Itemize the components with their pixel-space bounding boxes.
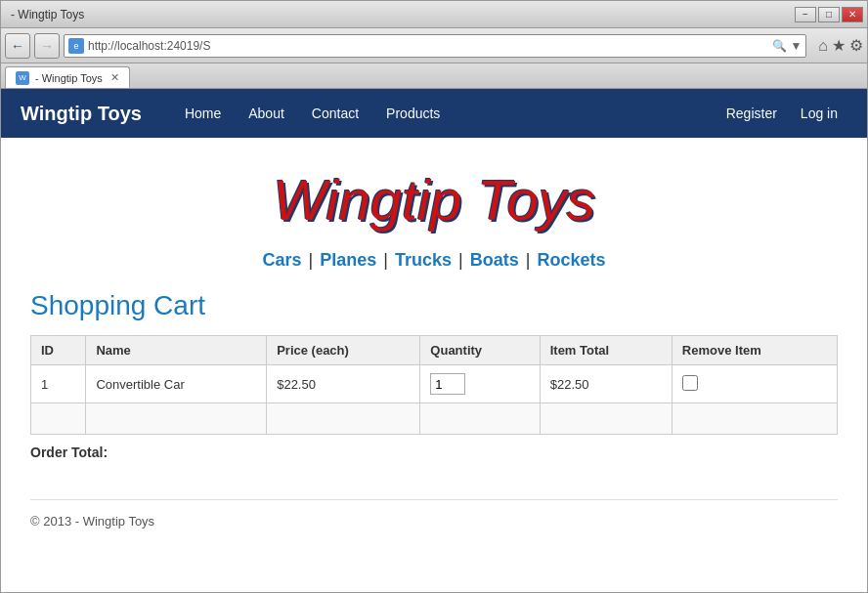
cat-planes[interactable]: Planes bbox=[320, 250, 376, 270]
maximize-button[interactable]: □ bbox=[818, 7, 840, 22]
cell-price-1: $22.50 bbox=[267, 365, 420, 403]
tab-close-button[interactable]: ✕ bbox=[110, 71, 119, 84]
cart-table: ID Name Price (each) Quantity Item Total… bbox=[30, 335, 838, 435]
tab-bar: W - Wingtip Toys ✕ bbox=[1, 64, 867, 89]
settings-icon[interactable]: ⚙ bbox=[849, 36, 863, 55]
cell-id-1: 1 bbox=[31, 365, 86, 403]
cat-rockets[interactable]: Rockets bbox=[537, 250, 605, 270]
navbar-links: Home About Contact Products bbox=[171, 89, 716, 138]
table-row: 1 Convertible Car $22.50 $22.50 bbox=[31, 365, 838, 403]
cat-boats[interactable]: Boats bbox=[470, 250, 519, 270]
site-title: Wingtip Toys bbox=[30, 167, 838, 233]
cell-total-1: $22.50 bbox=[540, 365, 672, 403]
browser-tab[interactable]: W - Wingtip Toys ✕ bbox=[5, 66, 130, 88]
cell-quantity-2 bbox=[420, 403, 540, 435]
navbar-right: Register Log in bbox=[716, 106, 847, 121]
sep-1: | bbox=[304, 250, 314, 270]
order-total-label: Order Total: bbox=[30, 445, 108, 460]
col-remove: Remove Item bbox=[672, 336, 837, 365]
window-controls: − □ ✕ bbox=[795, 7, 863, 22]
cat-cars[interactable]: Cars bbox=[263, 250, 302, 270]
browser-toolbar: ← → e http://localhost:24019/S 🔍 ▼ ⌂ ★ ⚙ bbox=[1, 28, 867, 64]
cell-id-2 bbox=[31, 403, 86, 435]
sep-3: | bbox=[454, 250, 463, 270]
address-text: http://localhost:24019/S bbox=[88, 39, 772, 53]
title-bar: - Wingtip Toys − □ ✕ bbox=[1, 1, 867, 28]
col-name: Name bbox=[86, 336, 267, 365]
table-row bbox=[31, 403, 838, 435]
cell-name-1: Convertible Car bbox=[86, 365, 267, 403]
nav-login[interactable]: Log in bbox=[791, 106, 847, 121]
minimize-button[interactable]: − bbox=[795, 7, 816, 22]
col-price: Price (each) bbox=[267, 336, 420, 365]
tab-title: - Wingtip Toys bbox=[35, 72, 103, 84]
nav-register[interactable]: Register bbox=[716, 106, 787, 121]
cell-remove-2 bbox=[672, 403, 837, 435]
favorites-icon[interactable]: ★ bbox=[832, 36, 846, 55]
footer: © 2013 - Wingtip Toys bbox=[30, 499, 838, 534]
order-total: Order Total: bbox=[30, 445, 838, 460]
address-icon: e bbox=[68, 38, 84, 54]
nav-products[interactable]: Products bbox=[372, 89, 454, 138]
home-icon[interactable]: ⌂ bbox=[818, 37, 828, 55]
main-content: Wingtip Toys Cars | Planes | Trucks | Bo… bbox=[1, 138, 867, 554]
footer-text: © 2013 - Wingtip Toys bbox=[30, 514, 154, 529]
col-id: ID bbox=[31, 336, 86, 365]
title-bar-left: - Wingtip Toys bbox=[5, 8, 84, 21]
window-title: - Wingtip Toys bbox=[11, 8, 84, 21]
cart-table-body: 1 Convertible Car $22.50 $22.50 bbox=[31, 365, 838, 435]
category-links: Cars | Planes | Trucks | Boats | Rockets bbox=[30, 250, 838, 271]
col-item-total: Item Total bbox=[540, 336, 672, 365]
nav-contact[interactable]: Contact bbox=[298, 89, 372, 138]
address-actions: 🔍 ▼ bbox=[772, 39, 802, 53]
cart-table-header: ID Name Price (each) Quantity Item Total… bbox=[31, 336, 838, 365]
page-content: Wingtip Toys Home About Contact Products… bbox=[1, 89, 867, 592]
cell-name-2 bbox=[86, 403, 267, 435]
cell-total-2 bbox=[540, 403, 672, 435]
navbar-brand[interactable]: Wingtip Toys bbox=[21, 103, 142, 125]
sep-2: | bbox=[378, 250, 388, 270]
header-row: ID Name Price (each) Quantity Item Total… bbox=[31, 336, 838, 365]
sep-4: | bbox=[521, 250, 531, 270]
browser-window: - Wingtip Toys − □ ✕ ← → e http://localh… bbox=[0, 0, 868, 593]
close-button[interactable]: ✕ bbox=[842, 7, 863, 22]
cart-heading: Shopping Cart bbox=[30, 290, 838, 321]
cell-remove-1 bbox=[672, 365, 837, 403]
forward-button[interactable]: → bbox=[34, 33, 60, 59]
address-bar[interactable]: e http://localhost:24019/S 🔍 ▼ bbox=[64, 34, 806, 58]
cat-trucks[interactable]: Trucks bbox=[395, 250, 452, 270]
cell-price-2 bbox=[267, 403, 420, 435]
col-quantity: Quantity bbox=[420, 336, 540, 365]
nav-about[interactable]: About bbox=[235, 89, 298, 138]
back-button[interactable]: ← bbox=[5, 33, 30, 59]
cell-quantity-1 bbox=[420, 365, 540, 403]
browser-toolbar-icons: ⌂ ★ ⚙ bbox=[818, 36, 863, 55]
remove-checkbox-1[interactable] bbox=[682, 375, 698, 391]
quantity-input-1[interactable] bbox=[430, 373, 465, 395]
tab-favicon: W bbox=[16, 71, 29, 85]
navbar: Wingtip Toys Home About Contact Products… bbox=[1, 89, 867, 138]
nav-home[interactable]: Home bbox=[171, 89, 235, 138]
